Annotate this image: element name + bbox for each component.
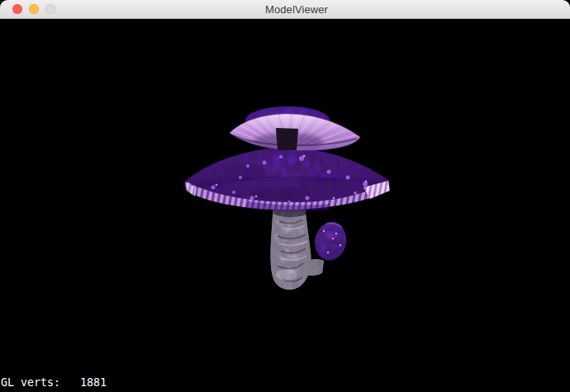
modelviewer-window: ModelViewer — [0, 0, 570, 392]
zoom-button-disabled — [45, 4, 55, 14]
top-cap — [230, 105, 360, 153]
titlebar[interactable]: ModelViewer — [0, 0, 570, 19]
stem — [264, 201, 330, 295]
stats-overlay: GL verts: 1881 GL calls: 1 56.9 / 0.017 … — [1, 352, 107, 392]
main-cap — [180, 142, 395, 215]
close-button[interactable] — [12, 4, 22, 14]
minimize-button[interactable] — [29, 4, 39, 14]
stat-gl-verts: GL verts: 1881 — [1, 376, 107, 389]
window-title: ModelViewer — [265, 3, 328, 16]
baby-mushroom — [312, 220, 349, 264]
gl-viewport[interactable]: GL verts: 1881 GL calls: 1 56.9 / 0.017 … — [0, 19, 570, 392]
mushroom-model — [0, 19, 570, 392]
window-controls — [12, 4, 55, 14]
